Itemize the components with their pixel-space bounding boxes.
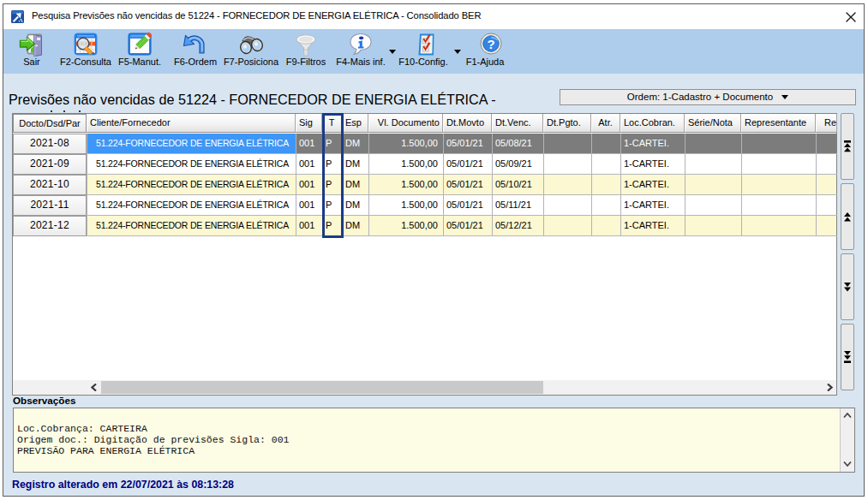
svg-text:?: ?	[487, 37, 494, 51]
